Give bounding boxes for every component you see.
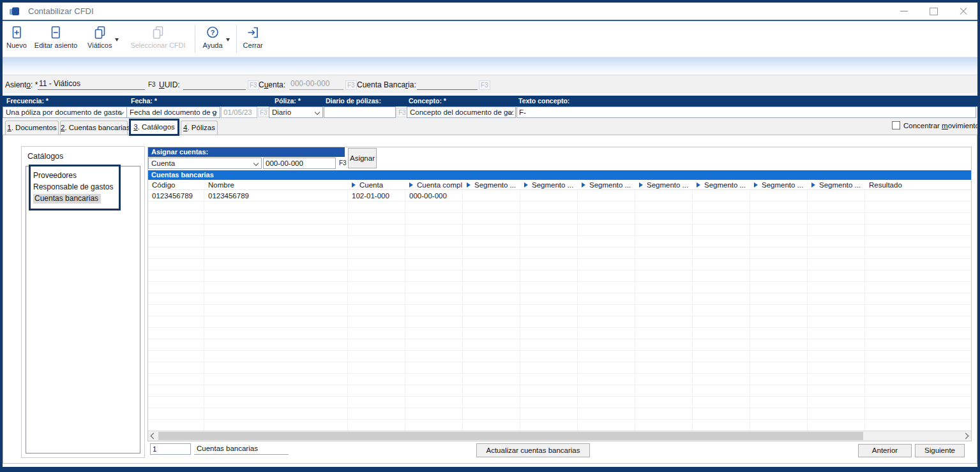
- sort-icon: [697, 182, 700, 188]
- viaticos-button[interactable]: Viáticos: [87, 21, 112, 49]
- anterior-button[interactable]: Anterior: [858, 444, 912, 457]
- editar-asiento-button[interactable]: Editar asiento: [34, 21, 77, 49]
- diario-polizas-field[interactable]: [324, 107, 396, 118]
- cuenta-bancaria-f3-button[interactable]: F3: [479, 80, 490, 90]
- asignar-f3-button[interactable]: F3: [338, 159, 348, 168]
- filter-header-bar: Frecuencia: * Fecha: * Póliza: * Diario …: [3, 96, 977, 107]
- poliza-combobox[interactable]: Diario: [269, 107, 323, 118]
- asiento-label: Asiento: *: [5, 80, 38, 90]
- column-header-segmento-7[interactable]: Segmento ...: [808, 180, 865, 189]
- cuenta-field[interactable]: 000-00-000: [289, 79, 343, 90]
- fecha-combobox[interactable]: Fecha del documento de g: [126, 107, 220, 118]
- cerrar-label: Cerrar: [243, 41, 263, 49]
- uuid-f3-button[interactable]: F3: [248, 80, 259, 90]
- uuid-field[interactable]: [183, 79, 246, 90]
- column-header-segmento-5[interactable]: Segmento ...: [693, 180, 750, 189]
- column-header-segmento-3[interactable]: Segmento ...: [578, 180, 635, 189]
- column-header-segmento-6[interactable]: Segmento ...: [750, 180, 808, 189]
- tab-cuentas-bancarias[interactable]: 2. Cuentas bancarias: [60, 121, 128, 135]
- record-name-field[interactable]: Cuentas bancarias: [194, 443, 289, 455]
- record-number-field[interactable]: 1: [150, 443, 191, 455]
- edit-entry-icon: [49, 26, 63, 40]
- table-cell[interactable]: [750, 190, 807, 202]
- catalogos-listbox[interactable]: Proveedores Responsable de gastos Cuenta…: [26, 166, 140, 454]
- seleccionar-cfdi-label: Seleccionar CFDI: [130, 41, 185, 49]
- catalogos-title: Catálogos: [27, 152, 63, 161]
- tab-documentos[interactable]: 1. Documentos: [5, 121, 59, 135]
- table-cell[interactable]: [578, 190, 635, 202]
- cuenta-bancaria-field[interactable]: [417, 79, 478, 90]
- help-glyph: ?: [211, 29, 215, 36]
- ayuda-button[interactable]: ? Ayuda: [203, 21, 223, 49]
- catalog-item-responsable[interactable]: Responsable de gastos: [26, 181, 140, 193]
- concentrar-movimientos-checkbox[interactable]: Concentrar movimientos: [892, 121, 980, 129]
- table-cell[interactable]: 0123456789: [148, 190, 204, 202]
- uuid-label: UUID:: [159, 80, 180, 90]
- close-icon: [959, 7, 967, 15]
- ayuda-label: Ayuda: [203, 41, 223, 49]
- new-document-icon: [10, 26, 24, 40]
- texto-concepto-field[interactable]: F-: [516, 107, 976, 118]
- concepto-combobox[interactable]: Concepto del documento de ga:: [407, 107, 516, 118]
- table-cell[interactable]: [693, 190, 750, 202]
- frecuencia-combobox[interactable]: Una póliza por documento de gasto: [3, 107, 127, 118]
- scroll-right-button[interactable]: [962, 431, 971, 441]
- seleccionar-cfdi-button[interactable]: Seleccionar CFDI: [130, 21, 185, 49]
- grid-column: [463, 190, 520, 431]
- asignar-field-combobox[interactable]: Cuenta: [148, 158, 262, 169]
- checkbox-box[interactable]: [892, 121, 900, 129]
- column-header-segmento-2[interactable]: Segmento ...: [520, 180, 578, 189]
- cuenta-f3-button[interactable]: F3: [345, 80, 357, 90]
- asignar-cuenta-input[interactable]: 000-00-000: [263, 158, 336, 169]
- table-cell[interactable]: 0123456789: [204, 190, 347, 202]
- table-cell[interactable]: [463, 190, 520, 202]
- ayuda-dropdown-caret[interactable]: [226, 38, 230, 41]
- nuevo-button[interactable]: Nuevo: [6, 21, 27, 49]
- tab-catalogos[interactable]: 3. Catálogos: [129, 119, 179, 136]
- scrollbar-track[interactable]: [157, 431, 962, 441]
- table-cell[interactable]: 000-00-000: [405, 190, 462, 202]
- asignar-button[interactable]: Asignar: [348, 148, 377, 168]
- toolbar: Nuevo Editar asiento Viáticos Selecciona…: [3, 21, 977, 57]
- viaticos-dropdown-caret[interactable]: [115, 38, 119, 41]
- sort-icon: [639, 182, 643, 188]
- toolbar-accent-band: [3, 57, 977, 75]
- minimize-icon: [900, 11, 908, 11]
- close-button[interactable]: [948, 3, 977, 20]
- table-cell[interactable]: [808, 190, 864, 202]
- column-header-cuenta-compl[interactable]: Cuenta compl...: [405, 180, 463, 189]
- actualizar-cuentas-bancarias-button[interactable]: Actualizar cuentas bancarias: [476, 443, 590, 457]
- siguiente-button[interactable]: Siguiente: [915, 444, 965, 457]
- asiento-f3-button[interactable]: F3: [147, 80, 157, 90]
- horizontal-scrollbar[interactable]: [148, 431, 971, 441]
- grid-column: [865, 190, 970, 431]
- fecha-date-field[interactable]: 01/05/23: [221, 107, 257, 118]
- asiento-form-row: Asiento: * 11 - Viáticos F3 UUID: F3 Cue…: [3, 75, 977, 94]
- nuevo-label: Nuevo: [6, 41, 27, 49]
- table-cell[interactable]: [520, 190, 577, 202]
- table-cell[interactable]: [635, 190, 692, 202]
- fecha-f3-button[interactable]: F3: [258, 108, 269, 117]
- window-title: Contabilizar CFDI: [28, 6, 94, 16]
- column-header-segmento-1[interactable]: Segmento ...: [463, 180, 520, 189]
- maximize-button[interactable]: [919, 3, 948, 20]
- asiento-field[interactable]: 11 - Viáticos: [38, 79, 145, 90]
- window-border-top: [0, 0, 980, 3]
- minimize-button[interactable]: [889, 3, 919, 20]
- column-header-segmento-4[interactable]: Segmento ...: [635, 180, 693, 189]
- table-cell[interactable]: [865, 190, 970, 202]
- table-cell[interactable]: 102-01-000: [348, 190, 405, 202]
- maximize-icon: [930, 8, 938, 15]
- tab-polizas[interactable]: 4. Pólizas: [181, 121, 218, 135]
- viaticos-label: Viáticos: [87, 41, 112, 49]
- poliza-header: Póliza: *: [275, 97, 301, 105]
- cerrar-button[interactable]: Cerrar: [243, 21, 263, 49]
- catalog-item-proveedores[interactable]: Proveedores: [26, 170, 140, 181]
- column-header-nombre: Nombre: [204, 180, 348, 189]
- column-header-cuenta[interactable]: Cuenta: [348, 180, 405, 189]
- scrollbar-thumb[interactable]: [158, 432, 863, 440]
- catalog-item-cuentas-bancarias[interactable]: Cuentas bancarias: [26, 193, 140, 204]
- scroll-left-button[interactable]: [148, 431, 157, 441]
- column-header-codigo: Código: [148, 180, 204, 189]
- asignar-cuentas-band: Asignar cuentas:: [148, 147, 345, 157]
